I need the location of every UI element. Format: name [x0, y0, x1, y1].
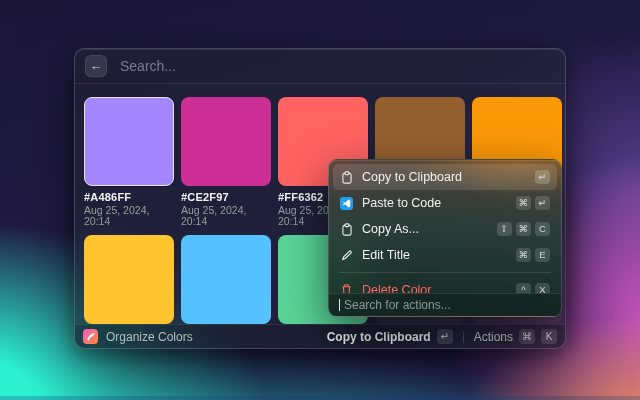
color-cell[interactable]: #FFC530	[84, 235, 174, 324]
organize-colors-app-icon	[83, 329, 98, 344]
trash-icon	[340, 284, 353, 294]
search-header: ←	[75, 49, 565, 84]
color-swatch[interactable]	[181, 235, 271, 324]
menu-item-copy-to-clipboard[interactable]: Copy to Clipboard ↵	[333, 164, 557, 190]
ctrl-keycap: ^	[516, 283, 531, 293]
footer-divider	[463, 331, 464, 343]
cmd-keycap: ⌘	[516, 196, 532, 210]
actions-menu-button[interactable]: Actions	[474, 330, 513, 344]
color-hex-label: #A486FF	[84, 191, 174, 203]
color-swatch[interactable]	[181, 97, 271, 186]
color-cell[interactable]: #A486FF Aug 25, 2024, 20:14	[84, 97, 174, 227]
app-name-label: Organize Colors	[106, 330, 193, 344]
action-search-input[interactable]	[342, 297, 551, 313]
pencil-icon	[340, 249, 353, 262]
menu-item-delete-color[interactable]: Delete Color ^ X	[333, 277, 557, 293]
menu-item-label: Copy to Clipboard	[362, 170, 462, 184]
color-cell[interactable]: #CE2F97 Aug 25, 2024, 20:14	[181, 97, 271, 227]
desktop-background: ← #A486FF Aug 25, 2024, 20:14 #CE2F97 Au…	[0, 0, 640, 400]
menu-item-copy-as[interactable]: Copy As... ⇧ ⌘ C	[333, 216, 557, 242]
color-hex-label: #CE2F97	[181, 191, 271, 203]
status-bar: Organize Colors Copy to Clipboard ↵ Acti…	[75, 324, 565, 348]
menu-item-label: Copy As...	[362, 222, 419, 236]
color-swatch[interactable]	[84, 235, 174, 324]
x-keycap: X	[535, 283, 550, 293]
search-input[interactable]	[118, 57, 555, 75]
color-swatch[interactable]	[84, 97, 174, 186]
cmd-keycap: ⌘	[519, 329, 535, 344]
color-cell[interactable]: #55C2FF	[181, 235, 271, 324]
feather-icon	[86, 332, 96, 342]
menu-item-paste-to-code[interactable]: Paste to Code ⌘ ↵	[333, 190, 557, 216]
menu-separator	[339, 272, 551, 273]
shortcut-keys: ⌘ E	[516, 248, 551, 262]
text-cursor	[339, 299, 340, 311]
vscode-icon	[340, 197, 353, 210]
footer-actions-group: Copy to Clipboard ↵ Actions ⌘ K	[327, 329, 557, 344]
clipboard-icon	[340, 171, 353, 184]
return-keycap: ↵	[535, 170, 550, 184]
back-arrow-icon: ←	[90, 58, 103, 73]
shortcut-keys: ⌘ ↵	[516, 196, 551, 210]
menu-item-edit-title[interactable]: Edit Title ⌘ E	[333, 242, 557, 268]
color-date-label: Aug 25, 2024, 20:14	[84, 205, 174, 227]
primary-action-button[interactable]: Copy to Clipboard	[327, 330, 431, 344]
shift-keycap: ⇧	[497, 222, 512, 236]
return-keycap: ↵	[437, 329, 453, 344]
color-date-label: Aug 25, 2024, 20:14	[181, 205, 271, 227]
k-keycap: K	[541, 329, 557, 344]
menu-item-label: Delete Color	[362, 283, 431, 293]
shortcut-keys: ⇧ ⌘ C	[497, 222, 551, 236]
action-menu-list: Copy to Clipboard ↵ Paste to Code ⌘ ↵	[329, 160, 561, 293]
menu-item-label: Paste to Code	[362, 196, 441, 210]
cmd-keycap: ⌘	[516, 222, 532, 236]
back-button[interactable]: ←	[85, 55, 107, 77]
menu-item-label: Edit Title	[362, 248, 410, 262]
action-search-bar	[329, 293, 561, 316]
shortcut-keys: ↵	[535, 170, 550, 184]
clipboard-icon	[340, 223, 353, 236]
e-keycap: E	[535, 248, 550, 262]
c-keycap: C	[535, 222, 550, 236]
shortcut-keys: ^ X	[516, 283, 550, 293]
cmd-keycap: ⌘	[516, 248, 532, 262]
return-keycap: ↵	[535, 196, 550, 210]
action-menu-panel: Copy to Clipboard ↵ Paste to Code ⌘ ↵	[328, 159, 562, 317]
